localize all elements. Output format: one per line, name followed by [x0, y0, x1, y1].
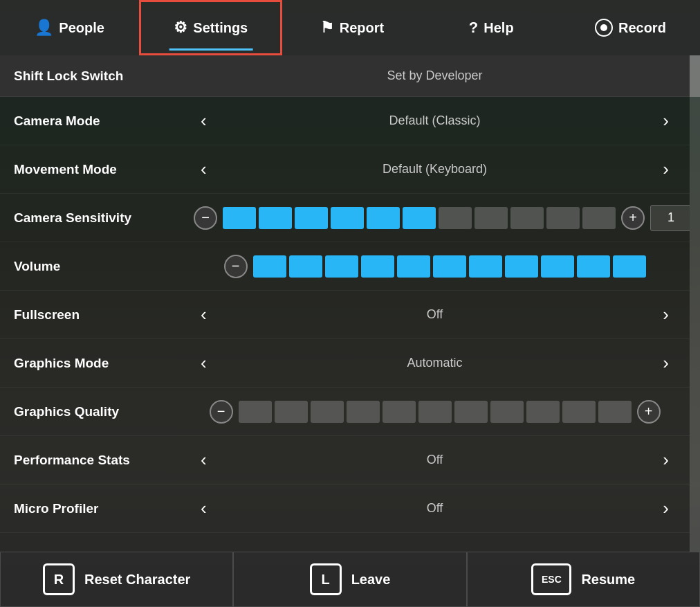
camera-mode-value: Default (Classic) [219, 114, 651, 128]
movement-mode-label: Movement Mode [14, 162, 194, 177]
slider-cell [223, 207, 256, 229]
performance-stats-next[interactable]: › [656, 446, 676, 473]
nav-settings-label: Settings [193, 20, 248, 36]
slider-cell [439, 207, 472, 229]
fullscreen-next[interactable]: › [656, 301, 676, 328]
movement-mode-value: Default (Keyboard) [219, 162, 651, 176]
slider-cell [325, 255, 358, 278]
nav-settings[interactable]: ⚙ Settings [139, 0, 282, 55]
graphics-mode-label: Graphics Mode [14, 356, 194, 371]
leave-button[interactable]: L Leave [233, 552, 466, 607]
camera-inverted-control: ‹ Off › [194, 543, 676, 552]
people-icon: 👤 [35, 19, 53, 37]
nav-record-label: Record [618, 20, 666, 36]
setting-shift-lock: Shift Lock Switch Set by Developer [0, 55, 690, 97]
nav-help[interactable]: ? Help [422, 0, 561, 55]
setting-micro-profiler: Micro Profiler ‹ Off › [0, 484, 690, 533]
slider-cell [598, 401, 632, 423]
performance-stats-label: Performance Stats [14, 453, 194, 468]
graphics-quality-label: Graphics Quality [14, 404, 194, 419]
slider-cell [275, 401, 308, 423]
settings-icon: ⚙ [174, 19, 187, 37]
camera-sensitivity-input[interactable] [650, 205, 690, 231]
reset-character-label: Reset Character [84, 572, 190, 588]
volume-minus[interactable]: − [224, 255, 248, 278]
slider-cell [505, 255, 538, 278]
setting-movement-mode: Movement Mode ‹ Default (Keyboard) › [0, 145, 690, 194]
graphics-quality-minus[interactable]: − [210, 400, 233, 424]
resume-label: Resume [581, 572, 635, 588]
slider-cell [490, 401, 524, 423]
graphics-quality-control: − + [194, 400, 676, 424]
nav-record[interactable]: Record [561, 0, 700, 55]
camera-mode-prev[interactable]: ‹ [194, 107, 214, 134]
graphics-mode-next[interactable]: › [656, 350, 676, 377]
action-bar: R Reset Character L Leave ESC Resume [0, 552, 700, 607]
setting-volume: Volume − [0, 242, 690, 291]
setting-camera-mode: Camera Mode ‹ Default (Classic) › [0, 97, 690, 145]
micro-profiler-next[interactable]: › [656, 495, 676, 522]
movement-mode-control: ‹ Default (Keyboard) › [194, 156, 676, 183]
slider-cell [433, 255, 466, 278]
slider-cell [418, 401, 452, 423]
slider-cell [562, 401, 596, 423]
scrollbar-thumb[interactable] [690, 55, 700, 97]
setting-graphics-mode: Graphics Mode ‹ Automatic › [0, 339, 690, 388]
micro-profiler-prev[interactable]: ‹ [194, 495, 214, 522]
slider-cell [469, 255, 502, 278]
slider-cell [361, 255, 394, 278]
slider-cell [454, 401, 488, 423]
volume-slider[interactable] [253, 255, 646, 278]
camera-sensitivity-label: Camera Sensitivity [14, 210, 194, 226]
slider-cell [546, 207, 580, 229]
setting-graphics-quality: Graphics Quality − + [0, 388, 690, 436]
camera-inverted-next[interactable]: › [656, 543, 676, 552]
camera-sensitivity-minus[interactable]: − [194, 206, 217, 230]
fullscreen-value: Off [219, 307, 651, 322]
camera-sensitivity-control: − + [194, 205, 690, 231]
scrollbar[interactable] [690, 55, 700, 552]
camera-sensitivity-plus[interactable]: + [621, 206, 645, 230]
slider-cell [253, 255, 286, 278]
shift-lock-value: Set by Developer [194, 69, 676, 83]
volume-label: Volume [14, 259, 194, 274]
micro-profiler-value: Off [219, 501, 651, 516]
graphics-mode-prev[interactable]: ‹ [194, 350, 214, 377]
camera-sensitivity-slider[interactable] [223, 207, 616, 229]
slider-cell [613, 255, 646, 278]
leave-label: Leave [351, 572, 391, 588]
fullscreen-control: ‹ Off › [194, 301, 676, 328]
slider-cell [239, 401, 272, 423]
nav-report[interactable]: ⚑ Report [282, 0, 421, 55]
help-icon: ? [469, 19, 478, 37]
reset-character-button[interactable]: R Reset Character [0, 552, 233, 607]
resume-button[interactable]: ESC Resume [467, 552, 700, 607]
camera-inverted-prev[interactable]: ‹ [194, 543, 214, 552]
graphics-quality-plus[interactable]: + [637, 400, 661, 424]
settings-panel: Shift Lock Switch Set by Developer Camer… [0, 55, 690, 552]
slider-cell [475, 207, 508, 229]
fullscreen-label: Fullscreen [14, 307, 194, 323]
volume-control: − [194, 255, 676, 278]
nav-report-label: Report [340, 20, 384, 36]
report-icon: ⚑ [320, 19, 334, 37]
camera-mode-next[interactable]: › [656, 107, 676, 134]
micro-profiler-control: ‹ Off › [194, 495, 676, 522]
nav-people[interactable]: 👤 People [0, 0, 139, 55]
slider-cell [510, 207, 544, 229]
slider-cell [582, 207, 616, 229]
graphics-quality-slider[interactable] [239, 401, 632, 423]
slider-cell [397, 255, 430, 278]
performance-stats-prev[interactable]: ‹ [194, 446, 214, 473]
slider-cell [331, 207, 364, 229]
movement-mode-next[interactable]: › [656, 156, 676, 183]
slider-cell [367, 207, 400, 229]
setting-fullscreen: Fullscreen ‹ Off › [0, 291, 690, 339]
record-icon [595, 19, 613, 37]
graphics-mode-value: Automatic [219, 356, 651, 370]
movement-mode-prev[interactable]: ‹ [194, 156, 214, 183]
slider-cell [295, 207, 328, 229]
performance-stats-control: ‹ Off › [194, 446, 676, 473]
fullscreen-prev[interactable]: ‹ [194, 301, 214, 328]
slider-cell [311, 401, 344, 423]
